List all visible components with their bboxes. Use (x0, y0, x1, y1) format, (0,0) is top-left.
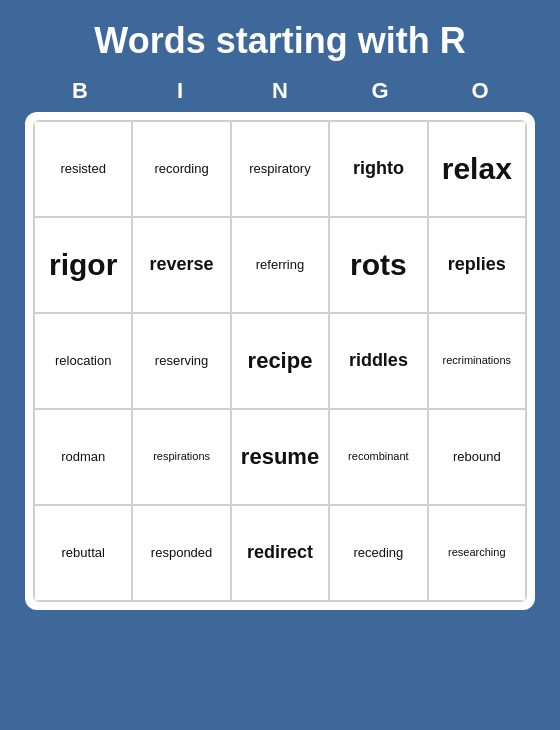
bingo-word: responded (151, 545, 212, 561)
bingo-word: recording (154, 161, 208, 177)
bingo-cell: receding (329, 505, 427, 601)
bingo-cell: reserving (132, 313, 230, 409)
bingo-word: rebuttal (62, 545, 105, 561)
bingo-word: redirect (247, 542, 313, 564)
bingo-cell: referring (231, 217, 329, 313)
bingo-header: BINGO (30, 74, 530, 108)
bingo-cell: riddles (329, 313, 427, 409)
bingo-word: reserving (155, 353, 208, 369)
bingo-word: recriminations (443, 354, 511, 367)
bingo-word: righto (353, 158, 404, 180)
bingo-cell: recording (132, 121, 230, 217)
bingo-word: replies (448, 254, 506, 276)
bingo-word: respirations (153, 450, 210, 463)
bingo-cell: righto (329, 121, 427, 217)
bingo-word: reverse (150, 254, 214, 276)
bingo-cell: redirect (231, 505, 329, 601)
bingo-word: recombinant (348, 450, 409, 463)
bingo-word: resisted (60, 161, 106, 177)
bingo-cell: recriminations (428, 313, 526, 409)
header-letter: N (230, 74, 330, 108)
bingo-word: relocation (55, 353, 111, 369)
header-letter: G (330, 74, 430, 108)
bingo-cell: responded (132, 505, 230, 601)
bingo-word: respiratory (249, 161, 310, 177)
bingo-cell: rebuttal (34, 505, 132, 601)
bingo-cell: resume (231, 409, 329, 505)
page-title: Words starting with R (20, 20, 540, 62)
bingo-cell: rodman (34, 409, 132, 505)
bingo-word: rebound (453, 449, 501, 465)
bingo-word: riddles (349, 350, 408, 372)
header-letter: I (130, 74, 230, 108)
bingo-word: referring (256, 257, 304, 273)
bingo-cell: relocation (34, 313, 132, 409)
bingo-word: resume (241, 444, 319, 470)
bingo-card: resistedrecordingrespiratoryrightorelaxr… (25, 112, 535, 610)
bingo-word: relax (442, 151, 512, 187)
bingo-cell: relax (428, 121, 526, 217)
bingo-word: researching (448, 546, 505, 559)
bingo-cell: reverse (132, 217, 230, 313)
bingo-cell: respiratory (231, 121, 329, 217)
bingo-grid: resistedrecordingrespiratoryrightorelaxr… (33, 120, 527, 602)
bingo-word: recipe (248, 348, 313, 374)
bingo-word: receding (353, 545, 403, 561)
bingo-word: rodman (61, 449, 105, 465)
bingo-cell: recombinant (329, 409, 427, 505)
header-letter: B (30, 74, 130, 108)
bingo-cell: resisted (34, 121, 132, 217)
bingo-cell: recipe (231, 313, 329, 409)
bingo-cell: rigor (34, 217, 132, 313)
bingo-cell: respirations (132, 409, 230, 505)
bingo-word: rigor (49, 247, 117, 283)
bingo-word: rots (350, 247, 407, 283)
bingo-cell: researching (428, 505, 526, 601)
bingo-cell: rots (329, 217, 427, 313)
header-letter: O (430, 74, 530, 108)
bingo-cell: rebound (428, 409, 526, 505)
bingo-cell: replies (428, 217, 526, 313)
